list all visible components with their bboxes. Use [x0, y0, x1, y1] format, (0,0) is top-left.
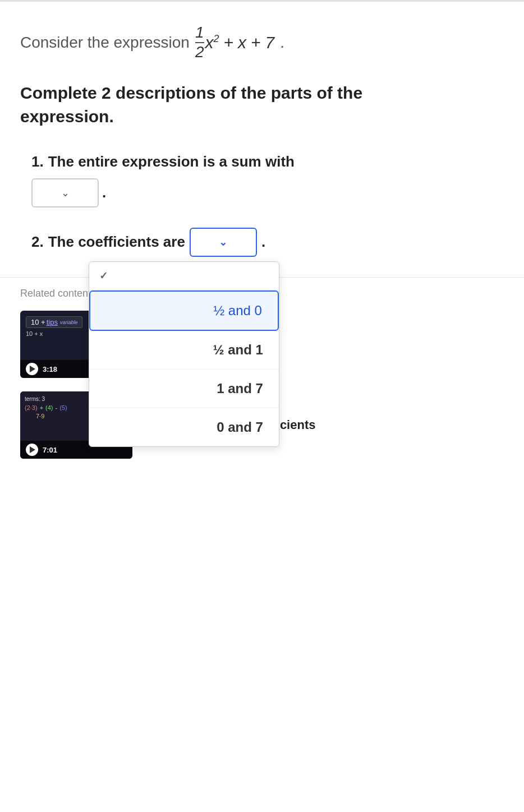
play-triangle-icon-2: [30, 446, 35, 453]
q1-dropdown[interactable]: ⌄: [31, 178, 99, 207]
expression-line: Consider the expression 1 2 x2 + x + 7 .: [20, 24, 504, 61]
video-thumb-box-1: 10 + tips variable: [26, 316, 82, 328]
instructions-text: Complete 2 descriptions of the parts of …: [20, 81, 504, 128]
instructions-part3: expression.: [20, 107, 114, 126]
expression-math: 1 2 x2 + x + 7: [195, 24, 274, 61]
instructions-part1: Complete: [20, 84, 97, 102]
q1-chevron-icon: ⌄: [61, 187, 70, 199]
expression-prefix-text: Consider the expression: [20, 34, 190, 52]
q1-number: 1.: [31, 153, 44, 170]
video-thumb-subtext-1: 10 + x: [26, 330, 43, 337]
instructions-part2: descriptions of the parts of the: [116, 84, 362, 102]
q1-text: The entire expression is a sum with: [48, 153, 295, 170]
video-time-1: 3:18: [43, 365, 57, 373]
video-time-2: 7:01: [43, 446, 57, 454]
q2-dropdown[interactable]: ⌄: [190, 228, 257, 257]
q2-text: The coefficients are: [48, 233, 185, 251]
q2-dropdown-container: ⌄ ✓ ½ and 0 ½ and 1: [190, 228, 257, 257]
q2-chevron-icon: ⌄: [219, 236, 227, 248]
q2-number: 2.: [31, 233, 44, 251]
question-2-label: 2. The coefficients are ⌄ ✓ ½ and 0: [31, 228, 504, 257]
dropdown-option-1-and-7[interactable]: 1 and 7: [89, 370, 279, 408]
dropdown-option-half-and-0[interactable]: ½ and 0: [89, 290, 279, 331]
instructions-number: 2: [102, 84, 111, 102]
dropdown-option-0-and-7[interactable]: 0 and 7: [89, 408, 279, 446]
play-button-1[interactable]: [26, 363, 38, 375]
play-triangle-icon-1: [30, 366, 35, 372]
fraction-half: 1 2: [195, 24, 204, 61]
q2-dropdown-menu: ✓ ½ and 0 ½ and 1 1 and 7: [89, 261, 279, 447]
question-1-label: 1. The entire expression is a sum with: [31, 153, 504, 170]
question-2-block: 2. The coefficients are ⌄ ✓ ½ and 0: [20, 228, 504, 257]
thumb2-terms: terms: 3: [25, 396, 45, 402]
question-1-block: 1. The entire expression is a sum with ⌄…: [20, 153, 504, 207]
dropdown-option-half-and-1[interactable]: ½ and 1: [89, 331, 279, 370]
expression-period: .: [280, 34, 284, 52]
thumb2-grid: (2·3) + (4) - (5) 7·9: [25, 404, 67, 419]
play-button-2[interactable]: [26, 444, 38, 456]
dropdown-empty-option[interactable]: ✓: [89, 262, 279, 290]
check-icon: ✓: [99, 270, 108, 282]
